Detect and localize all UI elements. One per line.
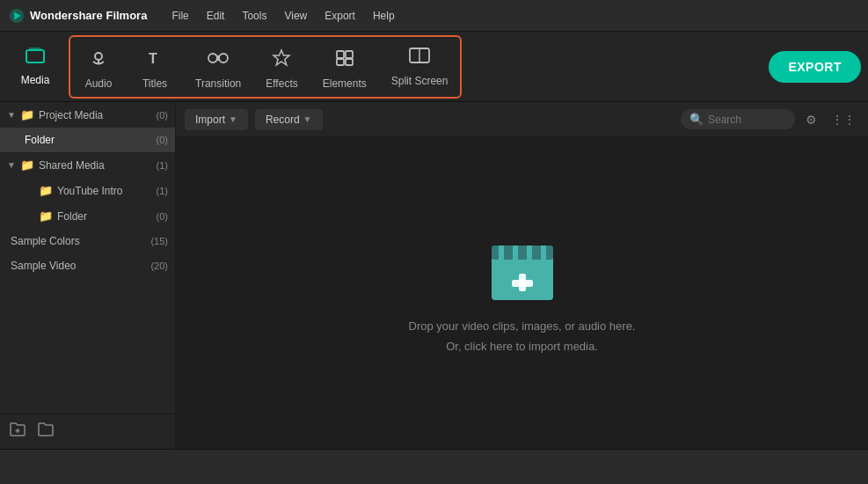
sidebar-item-folder2[interactable]: 📁 Folder (0): [0, 203, 175, 229]
grid-view-icon[interactable]: ⋮⋮: [828, 111, 859, 128]
sidebar-item-project-media[interactable]: ▼ 📁 Project Media (0): [0, 102, 175, 128]
filter-icon[interactable]: ⚙: [802, 111, 821, 128]
import-dropdown-icon[interactable]: ▼: [229, 114, 237, 124]
titles-icon: T: [145, 48, 164, 73]
new-folder-icon[interactable]: [37, 422, 55, 442]
drop-zone-text: Drop your video clips, images, or audio …: [409, 317, 636, 356]
toolbar-elements[interactable]: Elements: [310, 37, 379, 97]
export-button[interactable]: EXPORT: [769, 51, 861, 83]
folder-icon: 📁: [20, 108, 34, 121]
content-toolbar: Import ▼ Record ▼ 🔍 ⚙ ⋮⋮: [176, 102, 868, 137]
svg-marker-9: [274, 50, 289, 65]
import-button[interactable]: Import ▼: [185, 109, 248, 130]
chevron-down-icon-2: ▼: [7, 160, 16, 170]
menu-export[interactable]: Export: [317, 6, 362, 26]
sidebar-item-youtube-intro[interactable]: 📁 YouTube Intro (1): [0, 178, 175, 203]
record-dropdown-icon[interactable]: ▼: [303, 114, 312, 124]
menu-bar: File Edit Tools View Export Help: [164, 6, 401, 26]
svg-rect-21: [513, 246, 518, 260]
bottom-bar: [0, 449, 868, 484]
svg-rect-23: [541, 246, 546, 260]
collapse-sidebar-button[interactable]: ◀: [175, 265, 176, 286]
chevron-down-icon: ▼: [7, 110, 16, 120]
toolbar-media[interactable]: Media: [7, 40, 63, 93]
search-input[interactable]: [708, 114, 787, 126]
menu-help[interactable]: Help: [366, 6, 402, 26]
effects-icon: [272, 48, 291, 73]
audio-icon: [89, 48, 108, 73]
svg-rect-3: [29, 48, 41, 50]
toolbar-bordered-group: Audio T Titles Transition: [69, 35, 462, 99]
drop-zone[interactable]: Drop your video clips, images, or audio …: [176, 137, 868, 449]
sidebar-item-shared-media[interactable]: ▼ 📁 Shared Media (1): [0, 152, 175, 178]
menu-tools[interactable]: Tools: [235, 6, 274, 26]
search-box[interactable]: 🔍: [681, 109, 795, 129]
sidebar: ▼ 📁 Project Media (0) Folder (0) ▼ 📁 Sha…: [0, 102, 176, 449]
svg-point-4: [95, 53, 102, 60]
elements-icon: [334, 48, 355, 73]
folder-icon-4: 📁: [39, 209, 53, 223]
svg-rect-11: [346, 51, 353, 58]
add-folder-icon[interactable]: [9, 422, 26, 442]
svg-point-7: [208, 54, 217, 62]
toolbar-titles[interactable]: T Titles: [127, 37, 183, 97]
svg-rect-13: [346, 59, 353, 65]
main-area: ▼ 📁 Project Media (0) Folder (0) ▼ 📁 Sha…: [0, 102, 868, 449]
content-panel: Import ▼ Record ▼ 🔍 ⚙ ⋮⋮: [176, 102, 868, 449]
svg-rect-12: [337, 59, 344, 65]
svg-rect-20: [499, 246, 504, 260]
svg-rect-2: [26, 50, 44, 62]
sidebar-item-folder[interactable]: Folder (0): [0, 128, 175, 152]
svg-rect-25: [512, 280, 533, 287]
toolbar-transition[interactable]: Transition: [183, 37, 253, 97]
svg-point-8: [219, 54, 228, 62]
toolbar-audio[interactable]: Audio: [70, 37, 127, 97]
sidebar-item-sample-colors[interactable]: Sample Colors (15): [0, 229, 175, 253]
record-button[interactable]: Record ▼: [255, 109, 323, 130]
media-icon: [25, 47, 46, 70]
menu-view[interactable]: View: [277, 6, 314, 26]
toolbar: Media Audio T Titles: [0, 32, 868, 102]
folder-icon-2: 📁: [20, 158, 34, 172]
transition-icon: [208, 48, 229, 73]
svg-text:T: T: [149, 51, 157, 66]
sidebar-item-sample-video[interactable]: Sample Video (20): [0, 253, 175, 278]
toolbar-split-screen[interactable]: Split Screen: [379, 37, 461, 97]
split-screen-icon: [408, 46, 431, 70]
search-icon: 🔍: [689, 113, 704, 126]
folder-icon-3: 📁: [39, 184, 53, 197]
sidebar-bottom-actions: [0, 414, 175, 449]
svg-rect-22: [527, 246, 532, 260]
toolbar-effects[interactable]: Effects: [253, 37, 310, 97]
clapper-icon: [483, 230, 562, 304]
svg-rect-10: [337, 51, 344, 58]
menu-edit[interactable]: Edit: [200, 6, 232, 26]
menu-file[interactable]: File: [164, 6, 195, 26]
title-bar: Wondershare Filmora File Edit Tools View…: [0, 0, 868, 32]
app-logo: Wondershare Filmora: [9, 8, 147, 24]
